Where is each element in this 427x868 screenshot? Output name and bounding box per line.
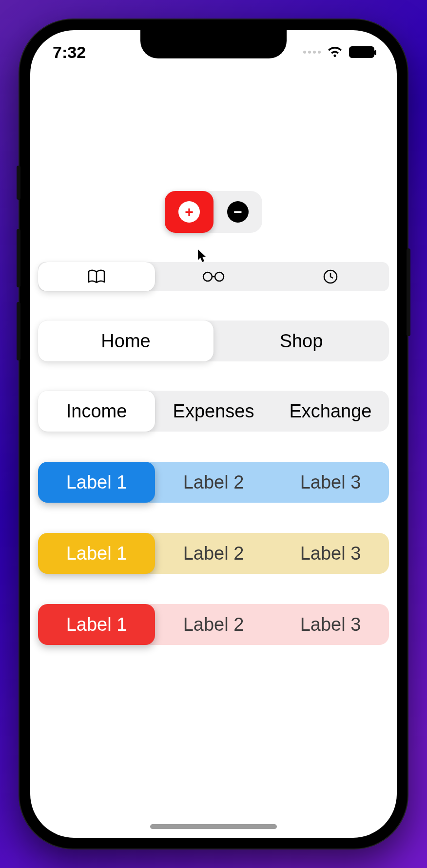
book-icon [87, 268, 106, 285]
icon-tabs [38, 262, 389, 291]
tab-label: Shop [280, 331, 323, 352]
glasses-icon [200, 271, 227, 283]
phone-frame: 7:32 + − [19, 19, 408, 849]
tab-label-2[interactable]: Label 2 [155, 533, 272, 574]
clock-icon [323, 269, 338, 284]
tab-income[interactable]: Income [38, 391, 155, 432]
tab-label-3[interactable]: Label 3 [272, 462, 389, 503]
minus-icon: − [227, 201, 249, 223]
svg-point-0 [203, 272, 212, 281]
minus-button[interactable]: − [214, 191, 262, 233]
tab-home[interactable]: Home [38, 321, 214, 361]
tab-glasses[interactable] [155, 262, 272, 291]
tab-exchange[interactable]: Exchange [272, 391, 389, 432]
tab-label: Label 1 [66, 614, 127, 635]
side-button [17, 229, 20, 287]
notch [140, 30, 287, 58]
nav-tabs: Home Shop [38, 321, 389, 361]
tab-label: Income [66, 401, 127, 422]
tab-label-1[interactable]: Label 1 [38, 604, 155, 645]
content: + − [30, 30, 397, 838]
tab-label-2[interactable]: Label 2 [155, 462, 272, 503]
tab-label-3[interactable]: Label 3 [272, 533, 389, 574]
tab-label: Exchange [289, 401, 371, 422]
tab-shop[interactable]: Shop [214, 321, 389, 361]
side-button [17, 166, 20, 200]
side-button [17, 302, 20, 360]
red-tabs: Label 1 Label 2 Label 3 [38, 604, 389, 645]
tab-label: Label 2 [183, 543, 244, 564]
tab-book[interactable] [38, 262, 155, 291]
home-indicator[interactable] [150, 824, 277, 829]
tab-label-2[interactable]: Label 2 [155, 604, 272, 645]
tab-label: Label 2 [183, 614, 244, 635]
tab-label-1[interactable]: Label 1 [38, 533, 155, 574]
tab-label: Label 2 [183, 472, 244, 493]
tab-label-3[interactable]: Label 3 [272, 604, 389, 645]
tab-expenses[interactable]: Expenses [155, 391, 272, 432]
tab-label: Label 1 [66, 543, 127, 564]
tab-label: Label 3 [300, 543, 361, 564]
plus-button[interactable]: + [165, 191, 214, 233]
tab-label: Label 3 [300, 614, 361, 635]
plus-minus-toggle: + − [165, 191, 262, 233]
finance-tabs: Income Expenses Exchange [38, 391, 389, 432]
side-button [407, 248, 410, 336]
yellow-tabs: Label 1 Label 2 Label 3 [38, 533, 389, 574]
screen: 7:32 + − [30, 30, 397, 838]
tab-clock[interactable] [272, 262, 389, 291]
svg-point-1 [215, 272, 224, 281]
tab-label: Expenses [173, 401, 254, 422]
plus-icon: + [178, 201, 200, 223]
tab-label: Label 3 [300, 472, 361, 493]
tab-label-1[interactable]: Label 1 [38, 462, 155, 503]
tab-label: Home [101, 331, 150, 352]
tab-label: Label 1 [66, 472, 127, 493]
blue-tabs: Label 1 Label 2 Label 3 [38, 462, 389, 503]
